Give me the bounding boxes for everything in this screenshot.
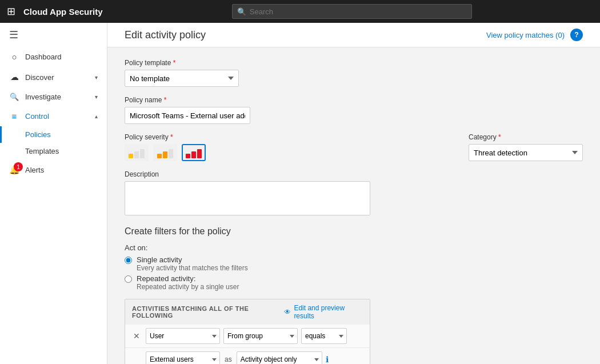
investigate-icon: 🔍	[9, 93, 19, 101]
filter-field-2-select[interactable]: External users	[146, 351, 220, 364]
filter-row-2: External users as Activity object only ℹ	[125, 348, 370, 364]
page-title: Edit activity policy	[125, 29, 206, 41]
hamburger-icon[interactable]: ☰	[0, 23, 107, 47]
chevron-up-icon: ▴	[95, 113, 98, 119]
eye-icon: 👁	[284, 308, 291, 316]
main-header: Edit activity policy View policy matches…	[107, 23, 600, 47]
sidebar-item-discover[interactable]: ☁ Discover ▾	[0, 67, 107, 87]
radio-repeated-activity: Repeated activity: Repeated activity by …	[125, 274, 583, 291]
control-icon: ≡	[9, 111, 19, 121]
matching-box: ACTIVITIES MATCHING ALL OF THE FOLLOWING…	[125, 299, 370, 364]
filter-field-1-select[interactable]: User	[146, 328, 220, 344]
sidebar-item-investigate[interactable]: 🔍 Investigate ▾	[0, 87, 107, 106]
search-bar[interactable]: 🔍	[232, 4, 472, 19]
severity-high-button[interactable]	[182, 144, 206, 161]
severity-medium-button[interactable]	[153, 144, 177, 161]
repeated-activity-label: Repeated activity:	[137, 274, 239, 283]
chevron-down-icon: ▾	[95, 94, 98, 100]
sidebar-item-control[interactable]: ≡ Control ▴	[0, 106, 107, 126]
severity-low-button[interactable]	[125, 144, 149, 161]
sidebar: ☰ ○ Dashboard ☁ Discover ▾ 🔍 Investigate…	[0, 23, 107, 364]
sidebar-item-label: Investigate	[25, 93, 89, 101]
sidebar-item-label: Control	[25, 112, 89, 121]
sidebar-item-templates[interactable]: Templates	[0, 143, 107, 159]
category-select[interactable]: Threat detection	[469, 144, 583, 161]
help-button[interactable]: ?	[570, 29, 583, 41]
radio-group: Single activity Every activity that matc…	[125, 255, 583, 291]
sidebar-submenu-control: Policies Templates	[0, 126, 107, 159]
header-actions: View policy matches (0) ?	[486, 29, 583, 41]
search-icon: 🔍	[237, 7, 246, 16]
view-policy-link[interactable]: View policy matches (0)	[486, 31, 565, 39]
alerts-badge: 1	[14, 162, 23, 171]
repeated-activity-desc: Repeated activity by a single user	[137, 283, 239, 291]
policy-severity-group: Policy severity *	[125, 133, 457, 161]
severity-category-row: Policy severity *	[125, 133, 583, 170]
policy-template-label: Policy template *	[125, 59, 583, 67]
single-activity-label: Single activity	[137, 255, 248, 264]
sidebar-item-policies[interactable]: Policies	[0, 126, 107, 143]
single-activity-desc: Every activity that matches the filters	[137, 264, 248, 272]
search-input[interactable]	[250, 7, 467, 16]
single-activity-radio[interactable]	[125, 257, 132, 264]
topbar: ⊞ Cloud App Security 🔍	[0, 0, 600, 23]
filter-op-1-select[interactable]: From group	[223, 328, 298, 344]
policy-name-group: Policy name *	[125, 96, 583, 124]
act-on-label: Act on:	[125, 243, 583, 252]
sidebar-item-label: Dashboard	[25, 53, 98, 61]
grid-icon[interactable]: ⊞	[7, 5, 15, 18]
policy-severity-label: Policy severity *	[125, 133, 457, 141]
app-title: Cloud App Security	[23, 7, 103, 17]
policy-template-select[interactable]: No template	[125, 70, 239, 87]
templates-label: Templates	[25, 147, 59, 155]
description-label: Description	[125, 170, 583, 178]
policy-name-input[interactable]	[125, 107, 250, 124]
form-area: Policy template * No template Policy nam…	[107, 47, 600, 364]
filter-row-1: ✕ User From group equals	[125, 325, 370, 348]
filters-title: Create filters for the policy	[125, 226, 583, 237]
category-label: Category *	[469, 133, 583, 141]
policies-label: Policies	[25, 130, 51, 139]
repeated-activity-radio[interactable]	[125, 275, 132, 283]
sidebar-item-label: Discover	[25, 73, 89, 82]
category-group: Category * Threat detection	[469, 133, 583, 161]
description-group: Description	[125, 170, 583, 217]
severity-buttons	[125, 144, 457, 161]
description-textarea[interactable]	[125, 181, 370, 215]
info-icon[interactable]: ℹ	[326, 355, 329, 364]
alerts-icon: 🔔 1	[9, 165, 19, 175]
radio-single-activity: Single activity Every activity that matc…	[125, 255, 583, 272]
matching-box-header: ACTIVITIES MATCHING ALL OF THE FOLLOWING…	[125, 299, 370, 325]
matching-header-label: ACTIVITIES MATCHING ALL OF THE FOLLOWING	[132, 305, 284, 319]
remove-filter-1-button[interactable]: ✕	[131, 330, 142, 342]
filters-section: Create filters for the policy Act on: Si…	[125, 226, 583, 364]
main-content: Edit activity policy View policy matches…	[107, 23, 600, 364]
policy-name-label: Policy name *	[125, 96, 583, 104]
filter-val-1-select[interactable]: equals	[301, 328, 347, 344]
sidebar-item-dashboard[interactable]: ○ Dashboard	[0, 47, 107, 67]
edit-preview-button[interactable]: 👁 Edit and preview results	[284, 304, 363, 320]
chevron-down-icon: ▾	[95, 74, 98, 81]
sidebar-item-alerts[interactable]: 🔔 1 Alerts	[0, 159, 107, 180]
layout: ☰ ○ Dashboard ☁ Discover ▾ 🔍 Investigate…	[0, 23, 600, 364]
dashboard-icon: ○	[9, 52, 19, 62]
discover-icon: ☁	[9, 72, 19, 82]
sidebar-item-label: Alerts	[25, 166, 98, 174]
matching-rows: ✕ User From group equals	[125, 325, 370, 364]
as-label: as	[223, 355, 233, 363]
policy-template-group: Policy template * No template	[125, 59, 583, 87]
act-on: Act on: Single activity Every activity t…	[125, 243, 583, 291]
filter-val-2-select[interactable]: Activity object only	[237, 351, 322, 364]
